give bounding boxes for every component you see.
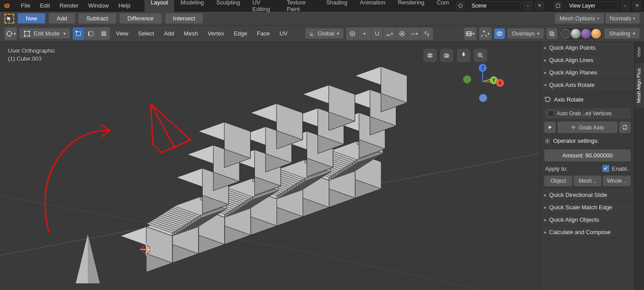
snap-magnet-icon[interactable] xyxy=(371,27,383,40)
amount-field[interactable]: Amount: 90.000000 xyxy=(544,149,631,161)
vertex-select-icon[interactable] xyxy=(73,27,85,40)
normals-dropdown[interactable]: Normals▾ xyxy=(605,13,640,24)
scene-delete-icon[interactable]: ✕ xyxy=(535,1,544,10)
viewport[interactable]: User Orthographic (1) Cube.003 Z Y X xyxy=(0,42,540,290)
viewlayer-browse-icon[interactable] xyxy=(554,1,562,10)
orientation-dropdown[interactable]: Global▾ xyxy=(305,28,344,39)
zoom-view-icon[interactable] xyxy=(474,49,487,62)
panel-quick-align-planes[interactable]: ▸Quick Align Planes xyxy=(541,67,634,79)
pivot-snap-segment: ▾ ▾ ▾ xyxy=(346,27,433,40)
vp-menu-face[interactable]: Face xyxy=(254,28,273,39)
svg-rect-5 xyxy=(25,31,30,36)
target-object-button[interactable]: Object xyxy=(544,176,572,186)
play-button[interactable] xyxy=(544,121,556,133)
intersect-button[interactable]: Intersect xyxy=(165,13,203,24)
vp-menu-mesh[interactable]: Mesh xyxy=(180,28,202,39)
refresh-button[interactable] xyxy=(619,121,631,133)
svg-rect-14 xyxy=(101,31,105,35)
tab-animation[interactable]: Animation xyxy=(354,0,392,14)
panel-quick-axis-rotate[interactable]: ▾Quick Axis Rotate xyxy=(541,79,634,91)
tab-layout[interactable]: Layout xyxy=(144,0,174,14)
tab-modeling[interactable]: Modeling xyxy=(174,0,210,14)
axis-z-icon[interactable]: Z xyxy=(479,64,487,72)
main-area: User Orthographic (1) Cube.003 Z Y X ▸Qu… xyxy=(0,42,644,290)
tab-com[interactable]: Com xyxy=(431,0,455,14)
panel-quick-directional-slide[interactable]: ▸Quick Directional Slide xyxy=(541,189,634,201)
scene-name-field[interactable]: Scene xyxy=(468,1,521,10)
snap-dd-icon[interactable]: ▾ xyxy=(359,27,371,40)
shading-dropdown[interactable]: Shading▾ xyxy=(605,28,640,39)
panel-quick-align-objects[interactable]: ▸Quick Align Objects xyxy=(541,214,634,226)
mesh-options-dropdown[interactable]: Mesh Options▾ xyxy=(555,13,603,24)
grab-axis-button[interactable]: Grab Axis xyxy=(558,121,617,133)
xray-toggle[interactable] xyxy=(546,28,557,39)
menu-window[interactable]: Window xyxy=(84,0,113,11)
new-button[interactable]: New xyxy=(18,13,45,24)
pivot-icon[interactable] xyxy=(346,27,359,40)
quick-axis-rotate-body: Axis Rotate Auto Grab ..ed Vertices Grab… xyxy=(541,91,634,189)
linked-edit-icon[interactable] xyxy=(421,27,433,40)
tab-uvediting[interactable]: UV Editing xyxy=(246,0,280,14)
axis-neg-z-icon[interactable] xyxy=(479,94,487,102)
vp-menu-vertex[interactable]: Vertex xyxy=(204,28,228,39)
viewlayer-new-icon[interactable]: ▫ xyxy=(621,1,630,10)
vp-menu-select[interactable]: Select xyxy=(135,28,158,39)
shading-matprev-icon[interactable] xyxy=(581,29,591,39)
menu-file[interactable]: File xyxy=(16,0,35,11)
subtract-button[interactable]: Subtract xyxy=(78,13,116,24)
scene-new-icon[interactable]: ▫ xyxy=(523,1,532,10)
overlays-toggle[interactable] xyxy=(494,28,505,39)
vp-menu-uv[interactable]: UV xyxy=(276,28,291,39)
panel-quick-align-points[interactable]: ▸Quick Align Points xyxy=(541,42,634,54)
menu-edit[interactable]: Edit xyxy=(35,0,54,11)
editor-type-icon[interactable]: ▾ xyxy=(4,27,17,40)
vp-menu-view[interactable]: View xyxy=(113,28,132,39)
menu-render[interactable]: Render xyxy=(55,0,83,11)
operator-settings-header: Operator settings: xyxy=(544,136,631,147)
grid-display-icon[interactable] xyxy=(423,49,437,62)
axis-rotate-header: Axis Rotate xyxy=(544,94,631,106)
vtab-mesh-align-plus[interactable]: Mesh Align Plus xyxy=(635,63,644,108)
tab-shading[interactable]: Shading xyxy=(320,0,354,14)
scene-browse-icon[interactable] xyxy=(456,1,465,10)
vp-menu-edge[interactable]: Edge xyxy=(230,28,250,39)
axis-x-icon[interactable]: X xyxy=(496,79,504,87)
tab-texturepaint[interactable]: Texture Paint xyxy=(281,0,320,14)
proportional-curve-icon[interactable]: ▾ xyxy=(408,27,421,40)
shading-rendered-icon[interactable] xyxy=(591,29,601,39)
gizmos-icon[interactable]: ▾ xyxy=(479,27,492,40)
shading-solid-icon[interactable] xyxy=(571,29,581,39)
tab-sculpting[interactable]: Sculpting xyxy=(210,0,246,14)
overlays-dropdown[interactable]: Overlays▾ xyxy=(507,28,544,39)
vtab-view[interactable]: View xyxy=(635,42,644,63)
camera-view-icon[interactable] xyxy=(440,49,453,62)
difference-button[interactable]: Difference xyxy=(120,13,162,24)
panel-quick-align-lines[interactable]: ▸Quick Align Lines xyxy=(541,54,634,67)
select-box-icon[interactable] xyxy=(4,14,14,24)
target-mesh-button[interactable]: Mesh .. xyxy=(574,176,601,186)
axis-neg-y-icon[interactable] xyxy=(463,75,471,83)
proportional-edit-icon[interactable] xyxy=(396,27,408,40)
vp-menu-add[interactable]: Add xyxy=(160,28,178,39)
menu-help[interactable]: Help xyxy=(114,0,135,11)
enable-checkbox[interactable]: ✔ xyxy=(602,165,609,172)
target-whole-button[interactable]: Whole .. xyxy=(603,176,631,186)
edge-select-icon[interactable] xyxy=(85,27,98,40)
add-button[interactable]: Add xyxy=(49,13,75,24)
shading-wireframe-icon[interactable] xyxy=(561,29,570,39)
panel-calculate-and-compose[interactable]: ▸Calculate and Compose xyxy=(541,226,634,239)
visibility-icon[interactable]: ▾ xyxy=(464,27,476,40)
mode-dropdown[interactable]: Edit Mode▾ xyxy=(20,28,70,39)
checkbox-icon[interactable] xyxy=(548,110,554,117)
orbit-gizmo[interactable]: Z Y X xyxy=(465,64,500,99)
viewlayer-name-field[interactable]: View Layer xyxy=(565,1,618,10)
tab-rendering[interactable]: Rendering xyxy=(392,0,431,14)
auto-grab-checkbox[interactable]: Auto Grab ..ed Vertices xyxy=(544,108,631,119)
svg-point-15 xyxy=(351,33,353,35)
scene-canvas[interactable] xyxy=(0,42,540,290)
face-select-icon[interactable] xyxy=(98,27,110,40)
pan-view-icon[interactable] xyxy=(457,49,470,62)
snap-increment-icon[interactable]: ▾ xyxy=(383,27,396,40)
viewlayer-delete-icon[interactable]: ✕ xyxy=(632,1,641,10)
panel-quick-scale-match-edge[interactable]: ▸Quick Scale Match Edge xyxy=(541,201,634,214)
